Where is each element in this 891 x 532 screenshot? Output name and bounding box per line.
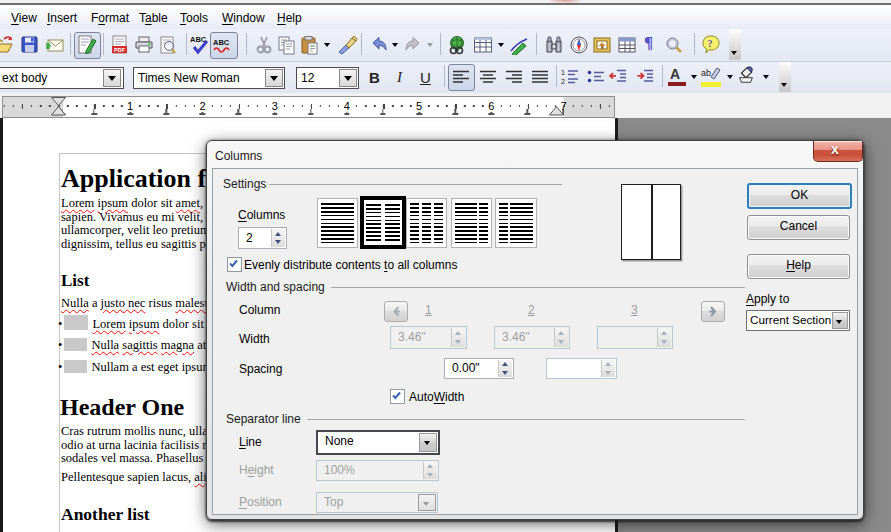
svg-text:ABC: ABC [213,38,230,47]
svg-text:PDF: PDF [114,47,126,53]
svg-text:?: ? [708,38,713,49]
svg-text:1: 1 [561,69,565,76]
svg-text:2: 2 [561,78,565,85]
svg-text:ab: ab [701,68,711,78]
